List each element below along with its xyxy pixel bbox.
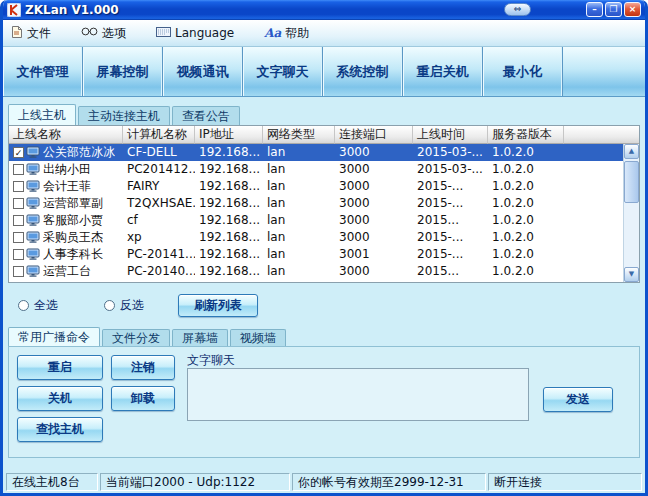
chat-input[interactable]: [187, 368, 529, 421]
column-header-time[interactable]: 上线时间: [413, 126, 488, 144]
shutdown-button[interactable]: 关机: [17, 386, 103, 411]
cell-ip: 192.168...: [195, 263, 263, 280]
logout-button[interactable]: 注销: [111, 355, 175, 380]
menu-file[interactable]: 文件: [11, 25, 51, 42]
toolbar: 文件管理 屏幕控制 视频通讯 文字聊天 系统控制 重启关机 最小化: [3, 47, 645, 97]
table-row[interactable]: 运营工台PC-20140...192.168...lan30002015...1…: [9, 263, 623, 280]
host-name: 采购员王杰: [43, 229, 103, 246]
menu-options[interactable]: 选项: [81, 25, 126, 42]
table-row[interactable]: 会计王菲FAIRY192.168...lan30002015-...1.0.2.…: [9, 178, 623, 195]
tab-screen-wall[interactable]: 屏幕墙: [172, 329, 228, 347]
main-content: 上线主机 主动连接主机 查看公告 上线名称 计算机名称 IP地址 网络类型 连接…: [3, 97, 645, 471]
toolbar-file-manager[interactable]: 文件管理: [3, 47, 83, 96]
titlebar[interactable]: ZKLan V1.000 ⇔ – ❐ ×: [3, 0, 645, 20]
rollup-button[interactable]: ⇔: [504, 3, 531, 16]
uninstall-button[interactable]: 卸载: [111, 386, 175, 411]
cell-ip: 192.168...: [195, 144, 263, 161]
cell-net: lan: [263, 229, 335, 246]
column-header-name[interactable]: 上线名称: [9, 126, 123, 144]
cell-version: 1.0.2.0: [488, 229, 564, 246]
tab-announcements[interactable]: 查看公告: [172, 106, 240, 125]
cell-computer: FAIRY: [123, 178, 195, 195]
computer-icon: [26, 146, 40, 159]
scrollbar-track[interactable]: [624, 159, 639, 267]
cell-time: 2015-03-...: [413, 144, 488, 161]
send-button[interactable]: 发送: [543, 387, 613, 412]
scroll-up-icon[interactable]: ▲: [624, 144, 639, 159]
menu-help[interactable]: Aa 帮助: [264, 25, 309, 42]
table-row[interactable]: 人事李科长PC-20141...192.168...lan30012015-..…: [9, 246, 623, 263]
restart-button[interactable]: 重启: [17, 355, 103, 380]
tab-video-wall[interactable]: 视频墙: [230, 329, 286, 347]
cell-port: 3000: [335, 161, 413, 178]
close-button[interactable]: ×: [624, 2, 641, 17]
cell-ip: 192.168...: [195, 178, 263, 195]
invert-selection-radio[interactable]: 反选: [104, 297, 144, 314]
cell-host-name: 会计王菲: [9, 178, 123, 195]
host-name: 人事李科长: [43, 246, 103, 263]
column-header-version[interactable]: 服务器版本: [488, 126, 564, 144]
cell-time: 2015-...: [413, 178, 488, 195]
status-account: 你的帐号有效期至2999-12-31: [292, 473, 486, 491]
column-header-port[interactable]: 连接端口: [335, 126, 413, 144]
cell-ip: 192.168...: [195, 161, 263, 178]
cell-net: lan: [263, 212, 335, 229]
table-body: ✓公关部范冰冰CF-DELL192.168...lan30002015-03-.…: [9, 144, 623, 282]
cell-computer: PC-20140...: [123, 263, 195, 280]
tab-broadcast-commands[interactable]: 常用广播命令: [8, 327, 100, 347]
row-checkbox[interactable]: ✓: [13, 147, 24, 158]
font-icon: Aa: [264, 26, 281, 40]
table-row[interactable]: 出纳小田PC201412...192.168...lan30002015-03-…: [9, 161, 623, 178]
window-title: ZKLan V1.000: [25, 3, 119, 17]
table-row[interactable]: 采购员王杰xp192.168...lan30002015-...1.0.2.0: [9, 229, 623, 246]
cell-computer: CF-DELL: [123, 144, 195, 161]
row-checkbox[interactable]: [13, 198, 24, 209]
find-host-button[interactable]: 查找主机: [17, 417, 103, 442]
menubar: 文件 选项 Language Aa 帮助: [3, 20, 645, 47]
row-checkbox[interactable]: [13, 215, 24, 226]
scrollbar-thumb[interactable]: [624, 161, 639, 203]
column-header-ip[interactable]: IP地址: [195, 126, 263, 144]
cell-host-name: 运营部覃副: [9, 195, 123, 212]
tab-online-hosts[interactable]: 上线主机: [8, 104, 76, 125]
cell-port: 3000: [335, 144, 413, 161]
scroll-down-icon[interactable]: ▼: [624, 267, 639, 282]
computer-icon: [26, 265, 40, 278]
row-checkbox[interactable]: [13, 249, 24, 260]
column-header-computer[interactable]: 计算机名称: [123, 126, 195, 144]
select-all-label: 全选: [34, 297, 58, 314]
row-checkbox[interactable]: [13, 164, 24, 175]
table-row[interactable]: ✓公关部范冰冰CF-DELL192.168...lan30002015-03-.…: [9, 144, 623, 161]
toolbar-system-control[interactable]: 系统控制: [323, 47, 403, 96]
computer-icon: [26, 248, 40, 261]
restore-button[interactable]: ❐: [605, 2, 622, 17]
toolbar-screen-control[interactable]: 屏幕控制: [83, 47, 163, 96]
minimize-button[interactable]: –: [586, 2, 603, 17]
row-checkbox[interactable]: [13, 181, 24, 192]
selection-controls: 全选 反选 刷新列表: [8, 293, 640, 317]
toolbar-minimize[interactable]: 最小化: [483, 47, 563, 96]
chat-label: 文字聊天: [187, 352, 235, 369]
table-row[interactable]: 客服部小贾cf192.168...lan30002015...1.0.2.0: [9, 212, 623, 229]
toolbar-restart-shutdown[interactable]: 重启关机: [403, 47, 483, 96]
computer-icon: [26, 197, 40, 210]
tab-file-distribution[interactable]: 文件分发: [102, 329, 170, 347]
cell-ip: 192.168...: [195, 229, 263, 246]
select-all-radio[interactable]: 全选: [18, 297, 58, 314]
row-checkbox[interactable]: [13, 266, 24, 277]
broadcast-panel: 重启 注销 关机 卸载 查找主机 文字聊天 发送: [8, 346, 640, 458]
computer-icon: [26, 231, 40, 244]
toolbar-video-comm[interactable]: 视频通讯: [163, 47, 243, 96]
row-checkbox[interactable]: [13, 232, 24, 243]
table-row[interactable]: 运营部覃副T2QXHSAE...192.168...lan30002015-..…: [9, 195, 623, 212]
menu-language[interactable]: Language: [156, 26, 234, 40]
cell-time: 2015-...: [413, 246, 488, 263]
status-online-hosts: 在线主机8台: [6, 473, 98, 491]
tab-active-connect[interactable]: 主动连接主机: [78, 106, 170, 125]
refresh-list-button[interactable]: 刷新列表: [178, 294, 258, 317]
column-header-network[interactable]: 网络类型: [263, 126, 335, 144]
cell-host-name: 出纳小田: [9, 161, 123, 178]
vertical-scrollbar[interactable]: ▲ ▼: [623, 144, 639, 282]
cell-host-name: 人事李科长: [9, 246, 123, 263]
toolbar-text-chat[interactable]: 文字聊天: [243, 47, 323, 96]
